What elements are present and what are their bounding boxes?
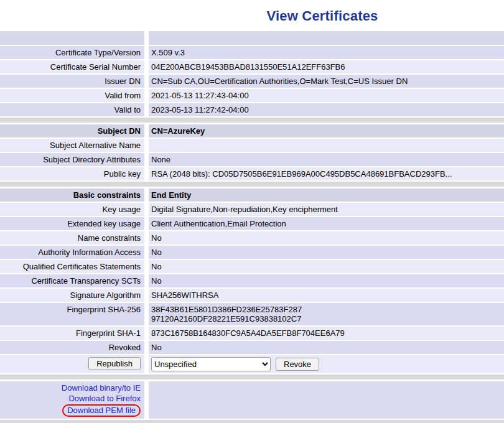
label-public-key: Public key [0,167,144,180]
row-actions: Republish Unspecified Revoke [0,355,504,373]
section-separator [0,420,504,423]
section-separator [0,182,504,187]
revoke-button[interactable]: Revoke [276,358,319,371]
value-subject-alt-name [149,139,504,152]
value-authority-info-access: No [149,246,504,259]
value-valid-from: 2021-05-13 11:27:43-04:00 [149,89,504,102]
value-issuer-dn: CN=Sub CA,OU=Certification Authorities,O… [149,75,504,88]
value-extended-key-usage: Client Authentication,Email Protection [149,217,504,230]
row-key-usage: Key usage Digital Signature,Non-repudiat… [0,203,504,216]
value-transparency-scts: No [149,274,504,287]
row-serial-number: Certificate Serial Number 04E200ABCB1945… [0,60,504,73]
row-valid-to: Valid to 2023-05-13 11:27:42-04:00 [0,103,504,116]
row-certificate-type: Certificate Type/Version X.509 v.3 [0,46,504,59]
row-transparency-scts: Certificate Transparency SCTs No [0,274,504,287]
label-qualified-cert-statements: Qualified Certificates Statements [0,260,144,273]
value-basic-constraints: End Entity [149,188,504,202]
header-value-cell [149,31,504,45]
fingerprint-sha256-line2: 97120A2160DF28221E591C93838102C7 [151,314,499,323]
value-signature-algorithm: SHA256WITHRSA [149,289,504,302]
pem-highlight-oval: Download PEM file [62,404,141,417]
label-signature-algorithm: Signature Algorithm [0,289,144,302]
row-subject-alt-name: Subject Alternative Name [0,139,504,152]
value-revoked: No [149,341,504,354]
table-header-row [0,31,504,45]
label-extended-key-usage: Extended key usage [0,217,144,230]
label-valid-from: Valid from [0,89,144,102]
row-name-constraints: Name constraints No [0,231,504,244]
label-name-constraints: Name constraints [0,231,144,244]
value-name-constraints: No [149,231,504,244]
value-subject-dn: CN=AzureKey [149,124,504,137]
row-extended-key-usage: Extended key usage Client Authentication… [0,217,504,230]
value-fingerprint-sha1: 873C16758B164830FC9A5A4DA5EFB8F704EE6A79 [149,327,504,340]
value-fingerprint-sha256: 38F43B61E5801D386FD236E25783F287 97120A2… [149,303,504,325]
section-separator [0,118,504,123]
row-public-key: Public key RSA (2048 bits): CD05D7505B6E… [0,167,504,180]
label-revoked: Revoked [0,341,144,354]
fingerprint-sha256-line1: 38F43B61E5801D386FD236E25783F287 [151,305,499,314]
row-revoked: Revoked No [0,341,504,354]
row-issuer-dn: Issuer DN CN=Sub CA,OU=Certification Aut… [0,75,504,88]
download-firefox-link[interactable]: Download to Firefox [68,394,141,403]
download-binary-ie-link[interactable]: Download binary/to IE [62,383,141,393]
actions-right-cell: Unspecified Revoke [149,355,504,373]
label-valid-to: Valid to [0,103,144,116]
value-certificate-type: X.509 v.3 [149,46,504,59]
row-valid-from: Valid from 2021-05-13 11:27:43-04:00 [0,89,504,102]
label-serial-number: Certificate Serial Number [0,60,144,73]
label-key-usage: Key usage [0,203,144,216]
value-qualified-cert-statements: No [149,260,504,273]
header-label-cell [0,31,144,45]
label-basic-constraints: Basic constraints [0,188,144,202]
page-title: View Certificates [0,0,504,31]
row-signature-algorithm: Signature Algorithm SHA256WITHRSA [0,289,504,302]
value-valid-to: 2023-05-13 11:27:42-04:00 [149,103,504,116]
label-fingerprint-sha1: Fingerprint SHA-1 [0,327,144,340]
row-subject-dn: Subject DN CN=AzureKey [0,124,504,137]
label-subject-dir-attrs: Subject Directory Attributes [0,153,144,166]
value-public-key: RSA (2048 bits): CD05D7505B6E91EB969A00C… [149,167,504,180]
actions-left-cell: Republish [0,355,144,373]
label-subject-dn: Subject DN [0,124,144,137]
revocation-reason-select[interactable]: Unspecified [151,357,271,371]
label-transparency-scts: Certificate Transparency SCTs [0,274,144,287]
value-subject-dir-attrs: None [149,153,504,166]
row-downloads: Download binary/to IE Download to Firefo… [0,381,504,419]
value-key-usage: Digital Signature,Non-repudiation,Key en… [149,203,504,216]
downloads-empty-cell [149,381,504,419]
certificate-table: Certificate Type/Version X.509 v.3 Certi… [0,31,504,423]
republish-button[interactable]: Republish [88,357,141,370]
download-pem-link[interactable]: Download PEM file [67,406,136,415]
row-fingerprint-sha256: Fingerprint SHA-256 38F43B61E5801D386FD2… [0,303,504,325]
label-authority-info-access: Authority Information Access [0,246,144,259]
row-qualified-cert-statements: Qualified Certificates Statements No [0,260,504,273]
label-issuer-dn: Issuer DN [0,75,144,88]
downloads-cell: Download binary/to IE Download to Firefo… [0,381,144,419]
section-separator [0,374,504,379]
label-fingerprint-sha256: Fingerprint SHA-256 [0,303,144,325]
row-basic-constraints: Basic constraints End Entity [0,188,504,202]
label-subject-alt-name: Subject Alternative Name [0,139,144,152]
row-authority-info-access: Authority Information Access No [0,246,504,259]
row-subject-dir-attrs: Subject Directory Attributes None [0,153,504,166]
value-serial-number: 04E200ABCB19453BBAD8131550E51A12EFF63FB6 [149,60,504,73]
label-certificate-type: Certificate Type/Version [0,46,144,59]
row-fingerprint-sha1: Fingerprint SHA-1 873C16758B164830FC9A5A… [0,327,504,340]
